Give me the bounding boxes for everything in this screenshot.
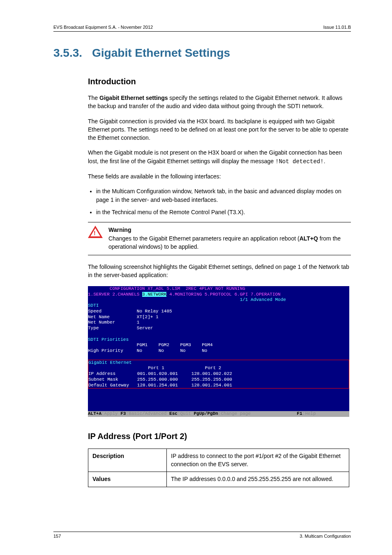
ip-heading: IP Address (Port 1/Port 2): [88, 432, 351, 441]
header-right: Issue 11.01.B: [323, 25, 351, 30]
dos-prio-hdr: PGM1 PGM2 PGM3 PGM4: [88, 342, 349, 348]
header-left: EVS Broadcast Equipment S.A. - November …: [53, 25, 153, 30]
dos-tabs: 1.SERVER 2.CHANNELS 3.NETWORK 4.MONITORI…: [88, 292, 349, 298]
desc-text: IP address to connect to the port #1/por…: [167, 449, 349, 472]
before-screenshot: The following screenshot highlights the …: [88, 263, 351, 280]
intro-li2: in the Technical menu of the Remote Cont…: [96, 208, 351, 216]
page-header: EVS Broadcast Equipment S.A. - November …: [53, 25, 351, 32]
dos-ge-mask: Subnet Mask 255.255.000.000 255.255.255.…: [88, 377, 349, 383]
dos-ge-hdr: Port 1 Port 2: [88, 365, 349, 371]
intro-li1: in the Multicam Configuration window, Ne…: [96, 187, 351, 204]
intro-heading: Introduction: [88, 77, 351, 86]
dos-ge-ip: IP Address 001.001.020.001 128.001.002.0…: [88, 371, 349, 377]
intro-p1: The Gigabit Ethernet settings specify th…: [88, 94, 351, 111]
table-row: Description IP address to connect to the…: [88, 449, 349, 472]
page-footer: 157 3. Multicam Configuration: [53, 532, 351, 539]
intro-list: in the Multicam Configuration window, Ne…: [88, 187, 351, 216]
desc-label: Description: [88, 449, 167, 472]
intro-p2: The Gigabit connection is provided via t…: [88, 117, 351, 142]
dos-title: CONFIGURATION XT_ADL 5.LSM 2REC 4PLAY NO…: [88, 286, 349, 292]
dos-ge-gw: Default Gateway 128.001.254.001 128.001.…: [88, 383, 349, 388]
dos-sdti-title: SDTI: [88, 303, 349, 309]
section-heading: 3.5.3.Gigabit Ethernet Settings: [53, 46, 351, 60]
dos-mode: 1/1 Advanced Mode: [88, 297, 349, 303]
warning-label: Warning: [108, 227, 131, 233]
footer-right: 3. Multicam Configuration: [300, 534, 351, 539]
dos-bottombar: ALT+A:Apply F3:Basic/Advanced Esc:Quit P…: [88, 411, 349, 417]
dos-prio-val: High Priority No No No No: [88, 348, 349, 354]
dos-gigabit-box: Gigabit Ethernet Port 1 Port 2 IP Addres…: [88, 360, 349, 389]
values-label: Values: [88, 472, 167, 487]
dos-netnum: Net Number 1: [88, 320, 349, 326]
dos-speed: Speed No Relay 1485: [88, 309, 349, 314]
intro-p3: When the Gigabit module is not present o…: [88, 148, 351, 166]
dos-type: Type Server: [88, 326, 349, 331]
section-title: Gigabit Ethernet Settings: [92, 46, 230, 59]
dos-netname: Net Name XT[2]+ 1: [88, 314, 349, 320]
warning-box: Warning Changes to the Gigabit Ethernet …: [88, 222, 351, 255]
warning-icon: [88, 226, 103, 238]
table-row: Values The IP addresses 0.0.0.0 and 255.…: [88, 472, 349, 487]
dos-ge-title: Gigabit Ethernet: [88, 360, 349, 366]
dos-screenshot: CONFIGURATION XT_ADL 5.LSM 2REC 4PLAY NO…: [88, 286, 349, 417]
section-number: 3.5.3.: [53, 46, 82, 59]
ip-table: Description IP address to connect to the…: [88, 449, 349, 487]
footer-left: 157: [53, 534, 61, 539]
values-text: The IP addresses 0.0.0.0 and 255.255.255…: [167, 472, 349, 487]
dos-prio-title: SDTI Priorities: [88, 337, 349, 343]
intro-p4: These fields are available in the follow…: [88, 172, 351, 180]
